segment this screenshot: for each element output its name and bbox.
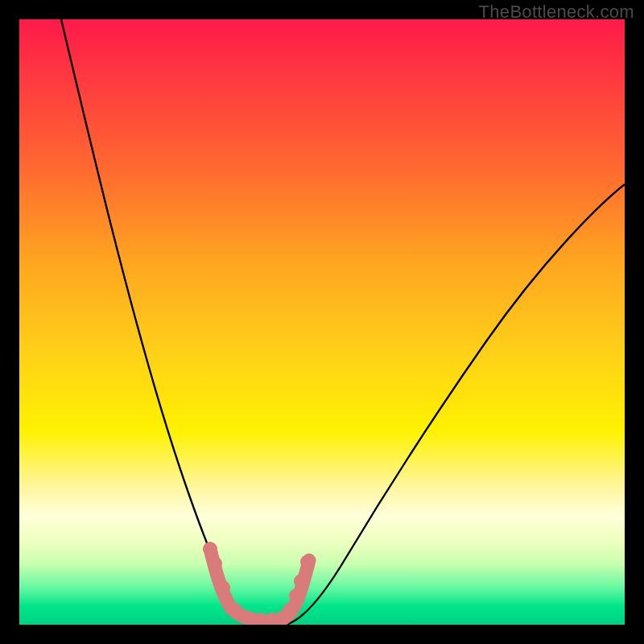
svg-point-8 [283,603,297,617]
svg-point-2 [216,580,230,595]
svg-point-0 [203,542,217,556]
svg-point-3 [228,603,242,617]
chart-frame: TheBottleneck.com [0,0,644,644]
svg-point-9 [289,588,303,603]
plot-area [19,19,625,625]
left-curve-path [61,19,257,625]
right-curve-path [285,184,625,625]
svg-point-10 [294,574,308,588]
curves-svg [19,19,625,625]
svg-point-11 [300,555,315,569]
svg-point-1 [208,556,222,571]
